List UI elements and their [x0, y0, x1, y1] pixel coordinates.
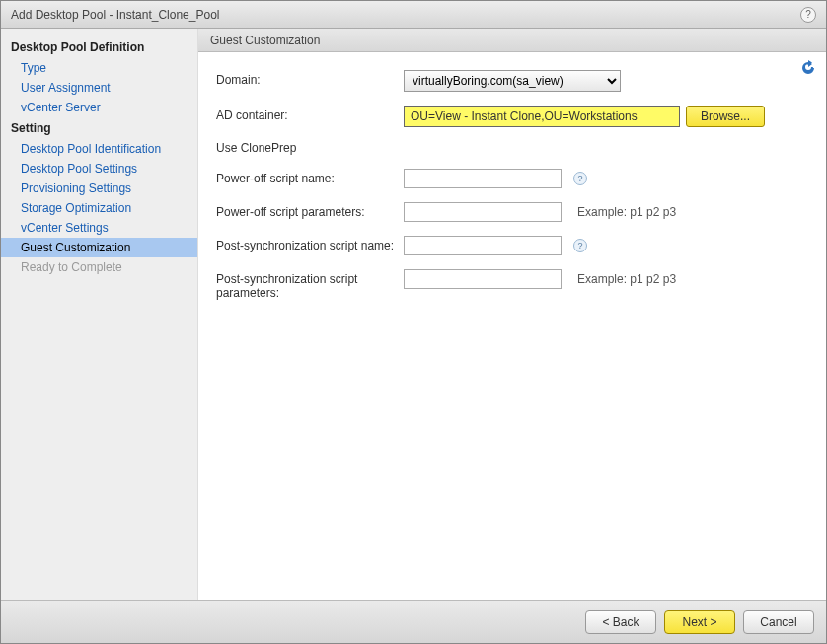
sidebar-item-storage-optimization[interactable]: Storage Optimization	[1, 198, 197, 218]
example-text: Example: p1 p2 p3	[577, 272, 676, 286]
titlebar: Add Desktop Pool - Instant_Clone_Pool ?	[1, 1, 826, 29]
sidebar-item-vcenter-server[interactable]: vCenter Server	[1, 98, 197, 117]
dialog-window: Add Desktop Pool - Instant_Clone_Pool ? …	[0, 0, 827, 644]
sidebar-item-type[interactable]: Type	[1, 58, 197, 78]
label-ad-container: AD container:	[216, 106, 404, 122]
poweroff-name-input[interactable]	[404, 169, 562, 188]
footer: < Back Next > Cancel	[1, 600, 826, 643]
sidebar-item-pool-settings[interactable]: Desktop Pool Settings	[1, 159, 197, 179]
sidebar-heading-setting: Setting	[1, 117, 197, 139]
cancel-button[interactable]: Cancel	[743, 610, 814, 634]
window-title: Add Desktop Pool - Instant_Clone_Pool	[11, 8, 219, 22]
label-postsync-params: Post-synchronization script parameters:	[216, 269, 404, 300]
content-pane: Guest Customization Domain: virtuallyBor…	[198, 29, 826, 600]
content-body: Domain: virtuallyBoring.com(sa_view) AD …	[198, 52, 826, 600]
refresh-icon[interactable]	[800, 60, 816, 76]
sidebar-item-ready-complete: Ready to Complete	[1, 257, 197, 277]
row-ad-container: AD container: OU=View - Instant Clone,OU…	[216, 106, 808, 127]
sidebar-item-guest-customization[interactable]: Guest Customization	[1, 238, 197, 257]
poweroff-params-input[interactable]	[404, 202, 562, 222]
back-button[interactable]: < Back	[585, 610, 656, 634]
help-icon[interactable]: ?	[800, 7, 816, 23]
postsync-params-input[interactable]	[404, 269, 562, 289]
row-poweroff-name: Power-off script name: ?	[216, 169, 808, 188]
sidebar-item-vcenter-settings[interactable]: vCenter Settings	[1, 218, 197, 238]
postsync-name-input[interactable]	[404, 236, 562, 255]
row-poweroff-params: Power-off script parameters: Example: p1…	[216, 202, 808, 222]
example-text: Example: p1 p2 p3	[577, 205, 676, 219]
row-domain: Domain: virtuallyBoring.com(sa_view)	[216, 70, 808, 92]
cloneprep-heading: Use ClonePrep	[216, 141, 808, 155]
label-poweroff-name: Power-off script name:	[216, 169, 404, 185]
sidebar-item-pool-identification[interactable]: Desktop Pool Identification	[1, 139, 197, 159]
sidebar-item-user-assignment[interactable]: User Assignment	[1, 78, 197, 98]
sidebar: Desktop Pool Definition Type User Assign…	[1, 29, 198, 600]
label-domain: Domain:	[216, 70, 404, 87]
sidebar-item-provisioning-settings[interactable]: Provisioning Settings	[1, 179, 197, 198]
browse-button[interactable]: Browse...	[686, 106, 765, 127]
sidebar-heading-definition: Desktop Pool Definition	[1, 36, 197, 58]
help-icon[interactable]: ?	[573, 172, 587, 185]
row-postsync-params: Post-synchronization script parameters: …	[216, 269, 808, 300]
ad-container-input[interactable]: OU=View - Instant Clone,OU=Workstations	[404, 106, 680, 127]
row-postsync-name: Post-synchronization script name: ?	[216, 236, 808, 255]
next-button[interactable]: Next >	[664, 610, 735, 634]
content-header: Guest Customization	[198, 29, 826, 52]
domain-select[interactable]: virtuallyBoring.com(sa_view)	[404, 70, 621, 92]
help-icon[interactable]: ?	[573, 239, 587, 252]
label-postsync-name: Post-synchronization script name:	[216, 236, 404, 252]
dialog-body: Desktop Pool Definition Type User Assign…	[1, 29, 826, 600]
label-poweroff-params: Power-off script parameters:	[216, 202, 404, 219]
